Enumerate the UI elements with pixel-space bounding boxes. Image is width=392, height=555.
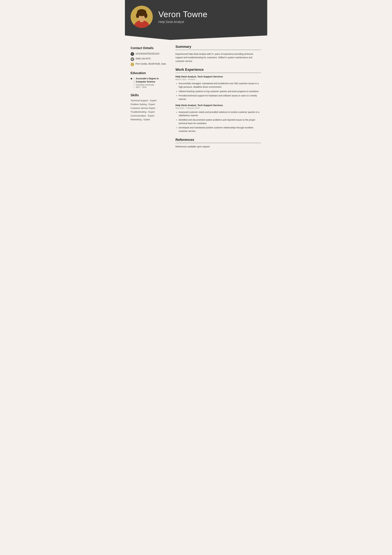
job-0-dates: March 2023 - Present (176, 78, 261, 80)
phone-icon: ☎ (131, 58, 134, 61)
summary-title: Summary (176, 45, 261, 50)
education-item: Associate's Degree in Computer Science C… (131, 77, 166, 88)
job-1-dates: May 2021 - February 2023 (176, 107, 261, 109)
job-0-bullets: Successfully managed, maintained and tro… (176, 82, 261, 101)
edu-degree: Associate's Degree in Computer Science (136, 77, 166, 83)
location-value: Port Cecilia, 06108-9326, Iowa (136, 63, 166, 65)
skill-item-3: Troubleshooting - Expert (131, 111, 166, 113)
chevron-divider (125, 34, 267, 40)
edu-details: Associate's Degree in Computer Science C… (134, 77, 166, 88)
references-text: References available upon request (176, 145, 261, 148)
contact-section: Contact Details ✉ verontowne@gmail.com ☎… (131, 46, 166, 66)
sidebar: Contact Details ✉ verontowne@gmail.com ☎… (125, 43, 171, 159)
resume-header: Veron Towne Help Desk Analyst (125, 0, 267, 34)
job-0-bullet-1: Utilized ticketing systems to log custom… (179, 90, 261, 93)
work-experience-section: Work Experience Help Desk Analyst, Tech … (176, 68, 261, 133)
job-0-bullet-2: Provided technical support for hardware … (179, 94, 261, 101)
summary-section: Summary Experienced Help Desk Analyst wi… (176, 45, 261, 63)
job-0-title: Help Desk Analyst, Tech Support Services (176, 75, 261, 78)
svg-point-5 (136, 13, 139, 18)
skill-item-2: Customer Service Expert (131, 107, 166, 110)
header-text-block: Veron Towne Help Desk Analyst (158, 10, 260, 24)
contact-phone-item: ☎ (606) 164 6370 (131, 57, 166, 61)
education-section: Education Associate's Degree in Computer… (131, 71, 166, 88)
candidate-name: Veron Towne (158, 10, 260, 19)
main-content: Summary Experienced Help Desk Analyst wi… (171, 43, 267, 159)
skill-item-5: Networking - Expert (131, 118, 166, 121)
skill-item-0: Technical Support - Expert (131, 99, 166, 102)
skills-section-title: Skills (131, 93, 166, 97)
job-1-bullet-0: Assessed customer needs and provided sol… (179, 110, 261, 117)
education-section-title: Education (131, 71, 166, 75)
avatar (131, 6, 153, 28)
job-1-bullets: Assessed customer needs and provided sol… (176, 110, 261, 133)
job-1-bullet-2: Developed and maintained positive custom… (179, 126, 261, 133)
references-section: References References available upon req… (176, 138, 261, 148)
email-value[interactable]: verontowne@gmail.com (136, 52, 159, 55)
summary-text: Experienced Help Desk Analyst with 5+ ye… (176, 52, 261, 63)
job-0: Help Desk Analyst, Tech Support Services… (176, 75, 261, 101)
job-1: Help Desk Analyst, Tech Support Services… (176, 104, 261, 133)
edu-bullet-icon (131, 78, 132, 80)
contact-location-item: ⊙ Port Cecilia, 06108-9326, Iowa (131, 63, 166, 66)
work-experience-title: Work Experience (176, 68, 261, 73)
contact-section-title: Contact Details (131, 46, 166, 50)
edu-years: 2017 - 2021 (136, 86, 166, 88)
job-1-title: Help Desk Analyst, Tech Support Services (176, 104, 261, 107)
job-1-bullet-1: Identified and documented system problem… (179, 118, 261, 125)
contact-email-item: ✉ verontowne@gmail.com (131, 52, 166, 56)
email-icon: ✉ (131, 52, 134, 56)
skill-item-1: Problem Solving - Expert (131, 103, 166, 106)
phone-value: (606) 164 6370 (136, 57, 151, 60)
candidate-title: Help Desk Analyst (158, 20, 260, 24)
skill-item-4: Communication - Expert (131, 114, 166, 117)
edu-school: Columbia University (136, 84, 166, 86)
location-icon: ⊙ (131, 63, 134, 66)
skills-section: Skills Technical Support - Expert Proble… (131, 93, 166, 121)
references-title: References (176, 138, 261, 143)
job-0-bullet-0: Successfully managed, maintained and tro… (179, 82, 261, 89)
body-layout: Contact Details ✉ verontowne@gmail.com ☎… (125, 40, 267, 159)
svg-point-6 (144, 13, 147, 18)
svg-point-7 (137, 9, 146, 14)
